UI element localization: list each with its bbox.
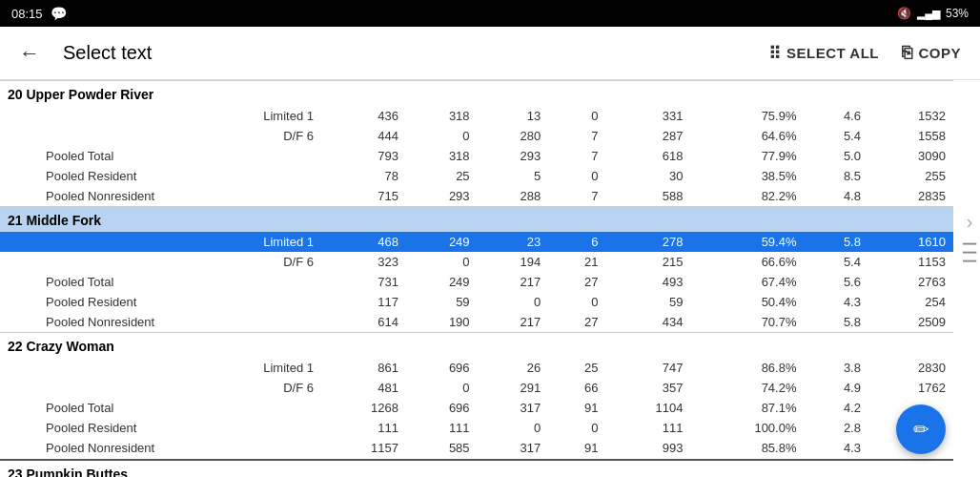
section-header-23: 23 Pumpkin Buttes xyxy=(0,460,953,477)
table-row: D/F 6 444 0 280 7 287 64.6% 5.4 1558 xyxy=(0,126,953,146)
table-row: Pooled Resident 78 25 5 0 30 38.5% 8.5 2… xyxy=(0,166,953,186)
status-bar: 08:15 💬 🔇 ▂▄▆ 53% xyxy=(0,0,980,27)
row-type: Limited 1 xyxy=(55,106,321,126)
section-title-22: 22 Crazy Woman xyxy=(0,333,953,359)
right-panel: › ┃┃┃ xyxy=(963,211,976,266)
table-row: D/F 6 481 0 291 66 357 74.2% 4.9 1762 xyxy=(0,378,953,398)
row-label: Pooled Resident xyxy=(0,292,321,312)
table-row: Limited 1 861 696 26 25 747 86.8% 3.8 28… xyxy=(0,358,953,378)
section-header-21: 21 Middle Fork xyxy=(0,207,953,233)
signal-icon: ▂▄▆ xyxy=(917,8,940,20)
copy-label: COPY xyxy=(918,45,961,61)
row-label: Pooled Nonresident xyxy=(0,186,321,207)
page-title: Select text xyxy=(63,42,745,64)
chevron-right-icon: › xyxy=(967,211,973,233)
table-row: Pooled Total 793 318 293 7 618 77.9% 5.0… xyxy=(0,146,953,166)
scroll-indicator: ┃┃┃ xyxy=(963,240,976,266)
section-header-20: 20 Upper Powder River xyxy=(0,81,953,107)
copy-button[interactable]: ⎘ COPY xyxy=(894,39,969,67)
row-label: Pooled Resident xyxy=(0,418,321,438)
select-all-button[interactable]: ⠿ SELECT ALL xyxy=(761,39,887,68)
row-label: Pooled Resident xyxy=(0,166,321,186)
table-row: D/F 6 323 0 194 21 215 66.6% 5.4 1153 xyxy=(0,252,953,272)
table-row: Pooled Resident 117 59 0 0 59 50.4% 4.3 … xyxy=(0,292,953,312)
battery: 53% xyxy=(946,7,969,20)
row-type: Limited 1 xyxy=(55,232,321,252)
top-bar: ← Select text ⠿ SELECT ALL ⎘ COPY xyxy=(0,27,980,80)
copy-icon: ⎘ xyxy=(902,43,913,63)
status-right: 🔇 ▂▄▆ 53% xyxy=(897,7,969,20)
time: 08:15 xyxy=(11,7,43,21)
empty-cell xyxy=(0,232,55,252)
edit-icon: ✏ xyxy=(913,418,929,441)
table-row: Pooled Nonresident 614 190 217 27 434 70… xyxy=(0,312,953,333)
table-row: Pooled Resident 111 111 0 0 111 100.0% 2… xyxy=(0,418,953,438)
empty-cell xyxy=(0,106,55,126)
section-title-23: 23 Pumpkin Buttes xyxy=(0,460,953,477)
select-all-label: SELECT ALL xyxy=(786,45,879,61)
table-row: Pooled Total 731 249 217 27 493 67.4% 5.… xyxy=(0,272,953,292)
row-label: Pooled Total xyxy=(0,272,321,292)
row-label: Pooled Nonresident xyxy=(0,312,321,333)
table-row: Pooled Nonresident 1157 585 317 91 993 8… xyxy=(0,438,953,458)
table-row: Pooled Nonresident 715 293 288 7 588 82.… xyxy=(0,186,953,207)
whatsapp-icon: 💬 xyxy=(51,6,67,21)
empty-cell xyxy=(0,126,55,146)
row-type: D/F 6 xyxy=(55,252,321,272)
section-title-21: 21 Middle Fork xyxy=(0,207,953,233)
row-type: D/F 6 xyxy=(55,126,321,146)
row-type: D/F 6 xyxy=(55,378,321,398)
data-table: 20 Upper Powder River Limited 1 436 318 … xyxy=(0,80,953,477)
empty-cell xyxy=(0,252,55,272)
section-title-20: 20 Upper Powder River xyxy=(0,81,953,107)
table-row: Limited 1 436 318 13 0 331 75.9% 4.6 153… xyxy=(0,106,953,126)
top-actions: ⠿ SELECT ALL ⎘ COPY xyxy=(761,39,969,68)
row-label: Pooled Nonresident xyxy=(0,438,321,458)
back-button[interactable]: ← xyxy=(11,37,48,70)
content-area: 20 Upper Powder River Limited 1 436 318 … xyxy=(0,80,980,477)
row-label: Pooled Total xyxy=(0,146,321,166)
fab-edit-button[interactable]: ✏ xyxy=(896,404,946,454)
table-row: Pooled Total 1268 696 317 91 1104 87.1% … xyxy=(0,398,953,418)
row-label: Pooled Total xyxy=(0,398,321,418)
status-left: 08:15 💬 xyxy=(11,6,67,21)
select-all-icon: ⠿ xyxy=(768,43,782,64)
empty-cell xyxy=(0,358,55,378)
table-row: Limited 1 468 249 23 6 278 59.4% 5.8 161… xyxy=(0,232,953,252)
empty-cell xyxy=(0,378,55,398)
section-header-22: 22 Crazy Woman xyxy=(0,333,953,359)
row-type: Limited 1 xyxy=(55,358,321,378)
mute-icon: 🔇 xyxy=(897,7,911,20)
